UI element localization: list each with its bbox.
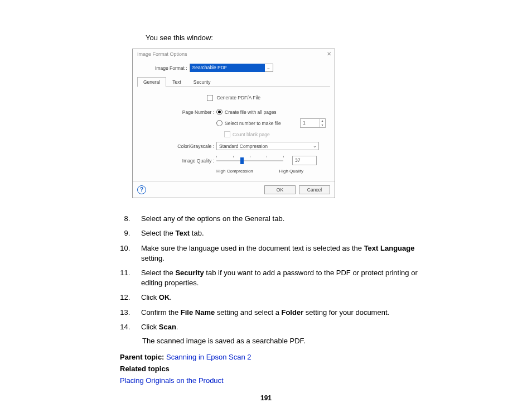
color-grayscale-select[interactable]: Standard Compression ⌄ [216,142,319,150]
help-icon[interactable]: ? [137,185,146,194]
count-blank-label: Count blank page [233,132,270,137]
dialog-titlebar: Image Format Options ✕ [133,49,335,59]
image-format-select[interactable]: Searchable PDF ⌄ [190,64,273,72]
cancel-button[interactable]: Cancel [299,185,330,194]
radio-all-pages-label: Create file with all pages [225,109,277,115]
step-13: Confirm the File Name setting and select… [132,308,420,318]
related-topic-link[interactable]: Placing Originals on the Product [120,376,420,385]
step-12: Click OK. [132,293,420,303]
spinner-arrows-icon[interactable]: ▲▼ [319,119,325,127]
ok-button[interactable]: OK [264,185,296,194]
image-format-value: Searchable PDF [190,64,265,72]
step-14: Click Scan. [132,322,420,332]
related-topics-heading: Related topics [120,365,420,373]
step-9: Select the Text tab. [132,228,420,238]
parent-topic-link[interactable]: Scanning in Epson Scan 2 [166,353,252,361]
page-number: 191 [0,394,532,402]
slider-thumb-icon[interactable] [240,157,244,164]
chevron-down-icon: ⌄ [265,65,273,70]
radio-select-number[interactable] [216,120,223,126]
color-grayscale-label: Color/Grayscale : [142,143,216,149]
radio-select-number-label: Select number to make file [225,121,281,126]
generate-pdfa-checkbox[interactable] [207,95,213,101]
tab-general[interactable]: General [137,77,166,87]
image-quality-label: Image Quality : [142,158,216,164]
instruction-list: Select any of the options on the General… [120,214,420,332]
tab-text[interactable]: Text [166,77,187,87]
image-quality-slider[interactable] [216,157,283,165]
tab-security[interactable]: Security [187,77,217,87]
generate-pdfa-label: Generate PDF/A File [216,95,260,100]
chevron-down-icon: ⌄ [311,143,318,148]
color-grayscale-value: Standard Compression [217,143,311,149]
high-compression-label: High Compression [216,169,253,174]
image-format-label: Image Format : [155,65,187,71]
page-number-label: Page Number : [142,109,216,115]
dialog-title: Image Format Options [137,51,187,57]
page-count-value: 1 [301,119,319,127]
step-8: Select any of the options on the General… [132,214,420,224]
tabs: General Text Security [137,76,330,87]
step-10: Make sure the language used in the docum… [132,243,420,264]
page-count-spinner[interactable]: 1 ▲▼ [300,118,326,128]
high-quality-label: High Quality [279,169,303,174]
parent-topic: Parent topic: Scanning in Epson Scan 2 [120,353,420,361]
step-11: Select the Security tab if you want to a… [132,268,420,288]
radio-all-pages[interactable] [216,109,223,115]
image-format-options-dialog: Image Format Options ✕ Image Format : Se… [132,49,335,198]
image-quality-value[interactable]: 37 [292,156,317,165]
result-note: The scanned image is saved as a searchab… [142,337,420,345]
count-blank-checkbox [224,131,230,137]
close-icon[interactable]: ✕ [327,51,331,57]
intro-text: You see this window: [146,33,420,42]
